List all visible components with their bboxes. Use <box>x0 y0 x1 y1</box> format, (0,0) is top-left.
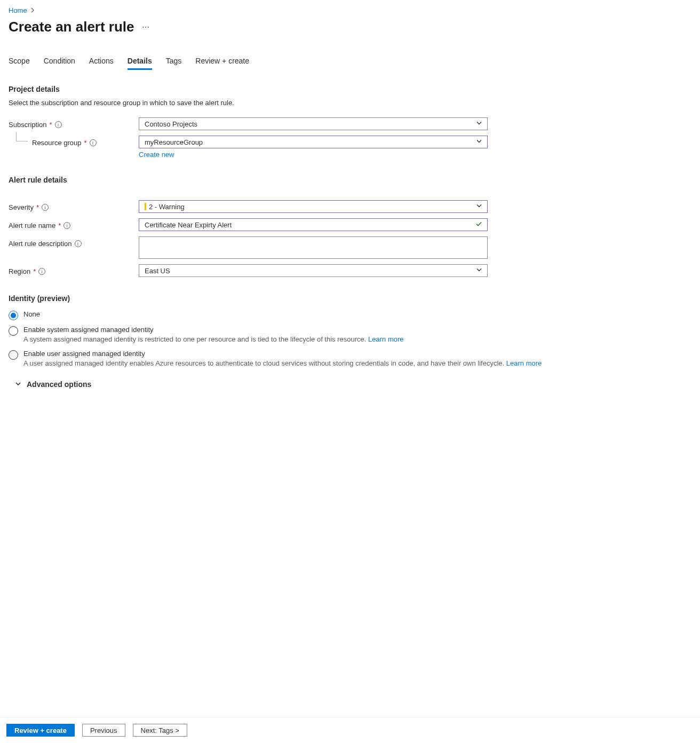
create-new-link[interactable]: Create new <box>139 151 174 159</box>
page-title: Create an alert rule <box>9 19 134 35</box>
info-icon[interactable]: i <box>38 268 45 275</box>
required-marker: * <box>36 203 39 211</box>
required-marker: * <box>33 267 36 275</box>
info-icon[interactable]: i <box>90 139 97 146</box>
description-label: Alert rule description <box>9 240 72 248</box>
required-marker: * <box>58 222 61 230</box>
previous-button[interactable]: Previous <box>82 724 125 737</box>
identity-radio-user[interactable] <box>9 350 18 360</box>
identity-radio-system[interactable] <box>9 326 18 336</box>
chevron-down-icon <box>476 267 482 275</box>
identity-user-desc: A user assigned managed identity enables… <box>23 359 691 368</box>
subscription-label: Subscription <box>9 121 47 129</box>
chevron-down-icon <box>476 120 482 128</box>
identity-header: Identity (preview) <box>9 294 691 303</box>
alert-rule-name-label: Alert rule name <box>9 222 55 230</box>
subscription-value: Contoso Projects <box>145 120 197 128</box>
project-details-desc: Select the subscription and resource gro… <box>9 99 691 107</box>
resource-group-label: Resource group <box>32 139 82 147</box>
learn-more-link[interactable]: Learn more <box>368 335 403 343</box>
severity-select[interactable]: 2 - Warning <box>139 200 488 213</box>
breadcrumb: Home <box>9 6 691 14</box>
severity-color-indicator <box>145 203 146 210</box>
tab-actions[interactable]: Actions <box>89 57 114 70</box>
identity-none-label: None <box>23 310 691 318</box>
resource-group-select[interactable]: myResourceGroup <box>139 136 488 148</box>
identity-user-label: Enable user assigned managed identity <box>23 350 691 358</box>
chevron-down-icon <box>15 381 21 389</box>
next-button[interactable]: Next: Tags > <box>133 724 187 737</box>
more-actions-button[interactable]: ⋯ <box>142 23 150 31</box>
severity-value: 2 - Warning <box>149 203 185 211</box>
identity-system-desc: A system assigned managed identity is re… <box>23 335 691 344</box>
info-icon[interactable]: i <box>63 222 70 229</box>
identity-radio-none[interactable] <box>9 311 18 320</box>
footer-action-bar: Review + create Previous Next: Tags > <box>0 717 700 743</box>
tab-tags[interactable]: Tags <box>166 57 182 70</box>
identity-radio-group: None Enable system assigned managed iden… <box>9 310 691 368</box>
chevron-down-icon <box>476 203 482 211</box>
info-icon[interactable]: i <box>42 204 49 211</box>
chevron-right-icon <box>30 6 35 14</box>
region-select[interactable]: East US <box>139 264 488 277</box>
resource-group-value: myResourceGroup <box>145 138 203 146</box>
info-icon[interactable]: i <box>55 121 62 128</box>
tab-details[interactable]: Details <box>128 57 152 70</box>
tab-bar: Scope Condition Actions Details Tags Rev… <box>9 57 691 70</box>
tree-indent-line <box>16 132 28 141</box>
description-input[interactable] <box>139 236 488 259</box>
tab-condition[interactable]: Condition <box>44 57 75 70</box>
breadcrumb-home[interactable]: Home <box>9 6 27 14</box>
review-create-button[interactable]: Review + create <box>6 724 75 737</box>
checkmark-icon <box>475 220 482 229</box>
project-details-header: Project details <box>9 85 691 93</box>
tab-review-create[interactable]: Review + create <box>195 57 249 70</box>
required-marker: * <box>84 139 87 147</box>
severity-label: Severity <box>9 203 34 211</box>
identity-system-label: Enable system assigned managed identity <box>23 326 691 334</box>
alert-rule-name-input[interactable]: Certificate Near Expirty Alert <box>139 218 488 231</box>
info-icon[interactable]: i <box>75 240 82 247</box>
learn-more-link[interactable]: Learn more <box>506 359 542 367</box>
required-marker: * <box>50 121 52 129</box>
chevron-down-icon <box>476 138 482 146</box>
subscription-select[interactable]: Contoso Projects <box>139 117 488 130</box>
alert-rule-name-value: Certificate Near Expirty Alert <box>145 221 232 229</box>
alert-rule-details-header: Alert rule details <box>9 176 691 184</box>
region-label: Region <box>9 267 30 275</box>
region-value: East US <box>145 267 170 275</box>
tab-scope[interactable]: Scope <box>9 57 30 70</box>
advanced-options-toggle[interactable]: Advanced options <box>15 380 691 389</box>
advanced-options-label: Advanced options <box>27 380 91 389</box>
